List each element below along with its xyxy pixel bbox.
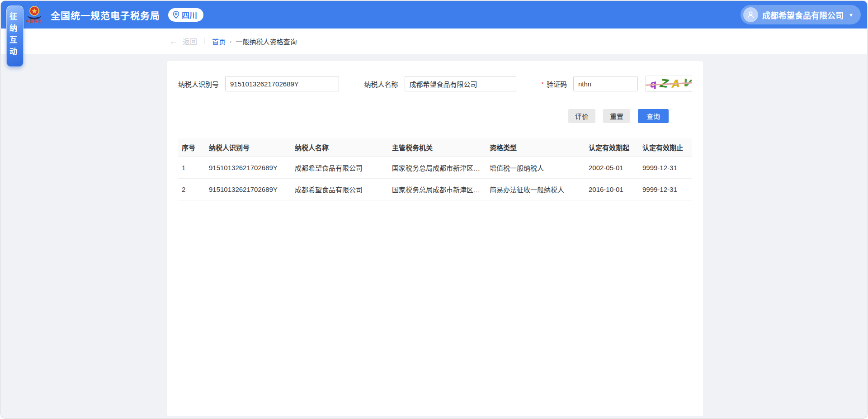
captcha-label: 验证码 bbox=[547, 79, 567, 89]
app-window: 中国税务 全国统一规范电子税务局 四川 成都希望食品有限公司 ▼ 征纳互动 ← bbox=[0, 0, 868, 419]
cell-qualification-type: 简易办法征收一般纳税人 bbox=[486, 178, 585, 200]
cell-qualification-type: 增值税一般纳税人 bbox=[486, 157, 585, 178]
reset-button[interactable]: 重置 bbox=[603, 109, 630, 123]
col-header-index: 序号 bbox=[178, 138, 205, 157]
required-asterisk: * bbox=[541, 80, 544, 88]
user-avatar-icon bbox=[743, 7, 758, 22]
national-emblem-icon bbox=[26, 6, 42, 19]
back-button[interactable]: ← 返回 bbox=[169, 36, 197, 47]
cell-valid-to: 9999-12-31 bbox=[639, 178, 692, 200]
tax-emblem-logo: 中国税务 bbox=[24, 6, 45, 24]
action-buttons: 评价 重置 查询 bbox=[178, 109, 692, 123]
cell-tax-authority: 国家税务总局成都市新津区税... bbox=[388, 178, 486, 200]
cell-tax-authority: 国家税务总局成都市新津区税... bbox=[388, 157, 486, 178]
captcha-group: * 验证码 q Z A V bbox=[541, 76, 692, 92]
breadcrumb: ← 返回 首页 › 一般纳税人资格查询 bbox=[1, 29, 867, 54]
cell-taxpayer-name: 成都希望食品有限公司 bbox=[291, 157, 388, 178]
back-arrow-icon: ← bbox=[169, 38, 178, 45]
dropdown-caret-icon: ▼ bbox=[849, 12, 854, 18]
breadcrumb-home[interactable]: 首页 bbox=[212, 37, 226, 46]
col-header-valid-to: 认定有效期止 bbox=[639, 138, 692, 157]
cell-taxpayer-id: 91510132621702689Y bbox=[205, 178, 291, 200]
cell-taxpayer-name: 成都希望食品有限公司 bbox=[291, 178, 388, 200]
table-row[interactable]: 2 91510132621702689Y 成都希望食品有限公司 国家税务总局成都… bbox=[178, 178, 692, 200]
col-header-tax-authority: 主管税务机关 bbox=[388, 138, 486, 157]
taxpayer-id-input[interactable] bbox=[225, 76, 339, 91]
captcha-image[interactable]: q Z A V bbox=[645, 76, 692, 92]
taxpayer-name-group: 纳税人名称 bbox=[364, 76, 516, 91]
col-header-qualification-type: 资格类型 bbox=[486, 138, 585, 157]
breadcrumb-divider bbox=[204, 38, 205, 44]
query-form: 纳税人识别号 纳税人名称 * 验证码 q Z A V bbox=[178, 76, 692, 92]
query-card: 纳税人识别号 纳税人名称 * 验证码 q Z A V 评 bbox=[167, 61, 703, 416]
col-header-taxpayer-id: 纳税人识别号 bbox=[205, 138, 291, 157]
interaction-side-tab[interactable]: 征纳互动 bbox=[6, 5, 24, 67]
taxpayer-name-input[interactable] bbox=[405, 76, 516, 91]
logo-caption: 中国税务 bbox=[26, 19, 42, 24]
back-label: 返回 bbox=[183, 36, 197, 47]
table-row[interactable]: 1 91510132621702689Y 成都希望食品有限公司 国家税务总局成都… bbox=[178, 157, 692, 178]
breadcrumb-current: 一般纳税人资格查询 bbox=[236, 37, 297, 46]
col-header-valid-from: 认定有效期起 bbox=[585, 138, 639, 157]
captcha-input[interactable] bbox=[573, 76, 638, 91]
results-table: 序号 纳税人识别号 纳税人名称 主管税务机关 资格类型 认定有效期起 认定有效期… bbox=[178, 138, 692, 200]
cell-index: 2 bbox=[178, 178, 205, 200]
top-header: 中国税务 全国统一规范电子税务局 四川 成都希望食品有限公司 ▼ bbox=[1, 1, 867, 29]
user-company-name: 成都希望食品有限公司 bbox=[762, 9, 844, 21]
col-header-taxpayer-name: 纳税人名称 bbox=[291, 138, 388, 157]
evaluate-button[interactable]: 评价 bbox=[568, 109, 595, 123]
taxpayer-id-label: 纳税人识别号 bbox=[178, 79, 219, 89]
page-title: 全国统一规范电子税务局 bbox=[51, 8, 160, 22]
location-pin-icon bbox=[173, 11, 179, 19]
query-button[interactable]: 查询 bbox=[638, 109, 669, 123]
cell-valid-to: 9999-12-31 bbox=[639, 157, 692, 178]
taxpayer-name-label: 纳税人名称 bbox=[364, 79, 398, 89]
taxpayer-id-group: 纳税人识别号 bbox=[178, 76, 339, 91]
region-badge[interactable]: 四川 bbox=[168, 8, 203, 22]
region-label: 四川 bbox=[182, 9, 197, 20]
cell-index: 1 bbox=[178, 157, 205, 178]
breadcrumb-separator-icon: › bbox=[230, 38, 231, 45]
user-menu[interactable]: 成都希望食品有限公司 ▼ bbox=[741, 5, 861, 24]
cell-valid-from: 2016-10-01 bbox=[585, 178, 639, 200]
table-header-row: 序号 纳税人识别号 纳税人名称 主管税务机关 资格类型 认定有效期起 认定有效期… bbox=[178, 138, 692, 157]
cell-valid-from: 2002-05-01 bbox=[585, 157, 639, 178]
cell-taxpayer-id: 91510132621702689Y bbox=[205, 157, 291, 178]
